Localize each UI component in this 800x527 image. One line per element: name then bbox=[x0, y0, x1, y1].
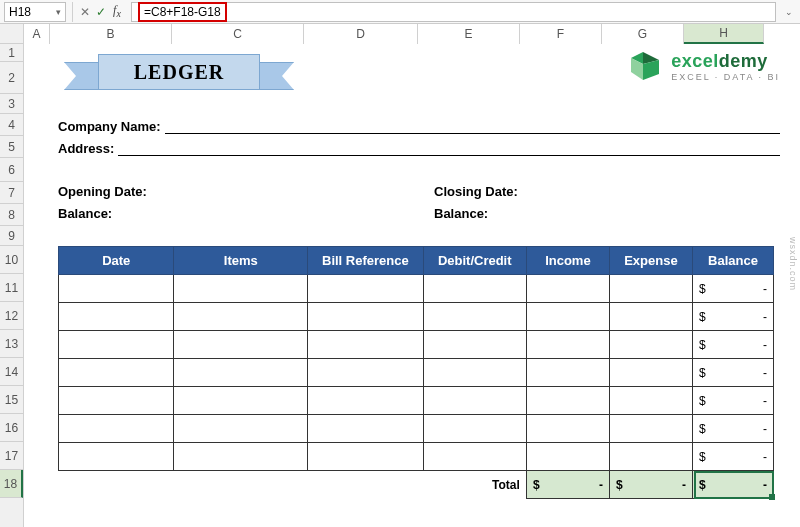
cell[interactable] bbox=[308, 331, 423, 359]
row-header-14[interactable]: 14 bbox=[0, 358, 23, 386]
row-header-4[interactable]: 4 bbox=[0, 114, 23, 136]
cell[interactable] bbox=[526, 331, 609, 359]
name-box[interactable]: H18 ▾ bbox=[4, 2, 66, 22]
cell[interactable] bbox=[308, 275, 423, 303]
cell[interactable] bbox=[526, 275, 609, 303]
cell[interactable] bbox=[308, 359, 423, 387]
col-header-G[interactable]: G bbox=[602, 24, 684, 44]
row-header-16[interactable]: 16 bbox=[0, 414, 23, 442]
cell[interactable] bbox=[609, 387, 692, 415]
row-header-6[interactable]: 6 bbox=[0, 158, 23, 182]
table-row[interactable]: $- bbox=[59, 359, 774, 387]
table-row[interactable]: $- bbox=[59, 415, 774, 443]
fx-icon[interactable]: fx bbox=[109, 3, 125, 19]
row-header-8[interactable]: 8 bbox=[0, 204, 23, 226]
cell[interactable] bbox=[59, 415, 174, 443]
row-header-2[interactable]: 2 bbox=[0, 62, 23, 94]
row-header-9[interactable]: 9 bbox=[0, 226, 23, 246]
cell[interactable] bbox=[59, 303, 174, 331]
cell-balance[interactable]: $- bbox=[692, 359, 773, 387]
table-row[interactable]: $- bbox=[59, 443, 774, 471]
confirm-icon[interactable]: ✓ bbox=[93, 5, 109, 19]
col-header-B[interactable]: B bbox=[50, 24, 172, 44]
th-date[interactable]: Date bbox=[59, 247, 174, 275]
row-header-11[interactable]: 11 bbox=[0, 274, 23, 302]
cell[interactable] bbox=[59, 359, 174, 387]
row-header-15[interactable]: 15 bbox=[0, 386, 23, 414]
table-row[interactable]: $- bbox=[59, 303, 774, 331]
chevron-down-icon[interactable]: ▾ bbox=[56, 7, 61, 17]
th-balance[interactable]: Balance bbox=[692, 247, 773, 275]
cell[interactable] bbox=[423, 303, 526, 331]
sheet-area[interactable]: LEDGER exceldemy EXCEL · DATA · BI bbox=[24, 44, 800, 527]
th-expense[interactable]: Expense bbox=[609, 247, 692, 275]
cell-balance[interactable]: $- bbox=[692, 415, 773, 443]
col-header-C[interactable]: C bbox=[172, 24, 304, 44]
cell[interactable] bbox=[59, 331, 174, 359]
cell[interactable] bbox=[609, 359, 692, 387]
cell[interactable] bbox=[526, 443, 609, 471]
row-header-1[interactable]: 1 bbox=[0, 44, 23, 62]
cell[interactable] bbox=[423, 359, 526, 387]
row-header-10[interactable]: 10 bbox=[0, 246, 23, 274]
col-header-A[interactable]: A bbox=[24, 24, 50, 44]
cell[interactable] bbox=[423, 415, 526, 443]
cell[interactable] bbox=[59, 443, 174, 471]
cell[interactable] bbox=[423, 387, 526, 415]
row-header-18[interactable]: 18 bbox=[0, 470, 23, 498]
cell[interactable] bbox=[609, 303, 692, 331]
col-header-E[interactable]: E bbox=[418, 24, 520, 44]
cell[interactable] bbox=[174, 303, 308, 331]
table-row[interactable]: $- bbox=[59, 331, 774, 359]
cell[interactable] bbox=[423, 443, 526, 471]
row-header-13[interactable]: 13 bbox=[0, 330, 23, 358]
cell[interactable] bbox=[308, 443, 423, 471]
cell[interactable] bbox=[308, 303, 423, 331]
cell-balance[interactable]: $- bbox=[692, 443, 773, 471]
cell-balance[interactable]: $- bbox=[692, 303, 773, 331]
table-row[interactable]: $- bbox=[59, 387, 774, 415]
cell[interactable] bbox=[174, 275, 308, 303]
cell-balance[interactable]: $- bbox=[692, 387, 773, 415]
total-balance[interactable]: $- bbox=[692, 471, 773, 499]
row-header-5[interactable]: 5 bbox=[0, 136, 23, 158]
cell[interactable] bbox=[609, 331, 692, 359]
row-header-7[interactable]: 7 bbox=[0, 182, 23, 204]
col-header-D[interactable]: D bbox=[304, 24, 418, 44]
th-dc[interactable]: Debit/Credit bbox=[423, 247, 526, 275]
cell-balance[interactable]: $- bbox=[692, 331, 773, 359]
cell[interactable] bbox=[423, 331, 526, 359]
cell[interactable] bbox=[526, 359, 609, 387]
th-items[interactable]: Items bbox=[174, 247, 308, 275]
row-header-12[interactable]: 12 bbox=[0, 302, 23, 330]
cell[interactable] bbox=[174, 387, 308, 415]
total-income[interactable]: $- bbox=[526, 471, 609, 499]
expand-formula-icon[interactable]: ⌄ bbox=[782, 7, 796, 17]
th-billref[interactable]: Bill Reference bbox=[308, 247, 423, 275]
company-line[interactable] bbox=[165, 118, 780, 134]
table-row[interactable]: $- bbox=[59, 275, 774, 303]
cell[interactable] bbox=[174, 415, 308, 443]
row-header-17[interactable]: 17 bbox=[0, 442, 23, 470]
total-expense[interactable]: $- bbox=[609, 471, 692, 499]
cell[interactable] bbox=[308, 415, 423, 443]
cell[interactable] bbox=[609, 443, 692, 471]
cancel-icon[interactable]: ✕ bbox=[77, 5, 93, 19]
cell[interactable] bbox=[423, 275, 526, 303]
cell[interactable] bbox=[59, 387, 174, 415]
cell[interactable] bbox=[174, 359, 308, 387]
th-income[interactable]: Income bbox=[526, 247, 609, 275]
select-all-corner[interactable] bbox=[0, 24, 24, 44]
cell[interactable] bbox=[174, 331, 308, 359]
col-header-F[interactable]: F bbox=[520, 24, 602, 44]
cell[interactable] bbox=[526, 303, 609, 331]
address-line[interactable] bbox=[118, 140, 780, 156]
col-header-H[interactable]: H bbox=[684, 24, 764, 44]
totals-row[interactable]: Total $- $- $- bbox=[59, 471, 774, 499]
cell[interactable] bbox=[308, 387, 423, 415]
formula-input[interactable]: =C8+F18-G18 bbox=[131, 2, 776, 22]
cell[interactable] bbox=[609, 415, 692, 443]
cell[interactable] bbox=[526, 387, 609, 415]
row-header-3[interactable]: 3 bbox=[0, 94, 23, 114]
cell[interactable] bbox=[174, 443, 308, 471]
